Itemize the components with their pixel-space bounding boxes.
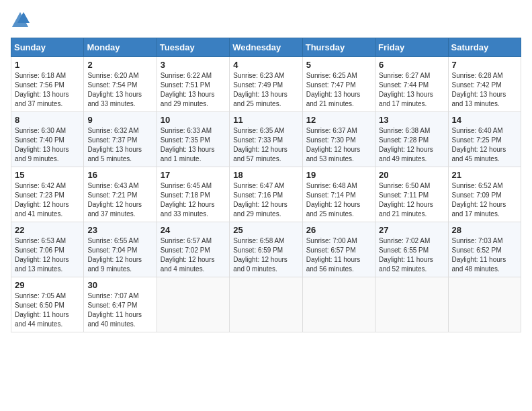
day-number: 30 [87, 280, 152, 290]
day-cell: 20Sunrise: 6:50 AM Sunset: 7:11 PM Dayli… [375, 167, 448, 222]
day-cell: 9Sunrise: 6:32 AM Sunset: 7:37 PM Daylig… [84, 112, 157, 167]
day-info: Sunrise: 6:58 AM Sunset: 6:59 PM Dayligh… [233, 236, 298, 274]
day-info: Sunrise: 7:03 AM Sunset: 6:52 PM Dayligh… [452, 236, 517, 274]
weekday-monday: Monday [84, 38, 157, 57]
day-cell: 23Sunrise: 6:55 AM Sunset: 7:04 PM Dayli… [84, 222, 157, 277]
day-cell: 22Sunrise: 6:53 AM Sunset: 7:06 PM Dayli… [11, 222, 84, 277]
day-number: 13 [379, 115, 444, 125]
day-info: Sunrise: 6:42 AM Sunset: 7:23 PM Dayligh… [15, 181, 80, 219]
day-cell: 11Sunrise: 6:35 AM Sunset: 7:33 PM Dayli… [230, 112, 302, 167]
day-cell: 21Sunrise: 6:52 AM Sunset: 7:09 PM Dayli… [448, 167, 521, 222]
day-info: Sunrise: 6:18 AM Sunset: 7:56 PM Dayligh… [15, 71, 80, 109]
day-number: 1 [15, 60, 80, 70]
day-info: Sunrise: 6:53 AM Sunset: 7:06 PM Dayligh… [15, 236, 80, 274]
weekday-friday: Friday [375, 38, 448, 57]
day-number: 26 [306, 225, 371, 235]
day-number: 24 [161, 225, 226, 235]
day-cell [157, 277, 229, 332]
day-number: 10 [161, 115, 226, 125]
day-number: 29 [15, 280, 80, 290]
week-row-5: 29Sunrise: 7:05 AM Sunset: 6:50 PM Dayli… [11, 277, 521, 332]
day-info: Sunrise: 6:48 AM Sunset: 7:14 PM Dayligh… [306, 181, 371, 219]
week-row-4: 22Sunrise: 6:53 AM Sunset: 7:06 PM Dayli… [11, 222, 521, 277]
day-info: Sunrise: 7:02 AM Sunset: 6:55 PM Dayligh… [379, 236, 444, 274]
day-number: 27 [379, 225, 444, 235]
day-info: Sunrise: 6:45 AM Sunset: 7:18 PM Dayligh… [161, 181, 226, 219]
day-cell: 4Sunrise: 6:23 AM Sunset: 7:49 PM Daylig… [230, 57, 302, 112]
day-number: 15 [15, 170, 80, 180]
logo-icon [11, 11, 30, 30]
day-cell: 5Sunrise: 6:25 AM Sunset: 7:47 PM Daylig… [302, 57, 375, 112]
day-cell: 12Sunrise: 6:37 AM Sunset: 7:30 PM Dayli… [302, 112, 375, 167]
day-cell [375, 277, 448, 332]
day-info: Sunrise: 6:52 AM Sunset: 7:09 PM Dayligh… [452, 181, 517, 219]
day-info: Sunrise: 6:47 AM Sunset: 7:16 PM Dayligh… [233, 181, 298, 219]
day-number: 6 [379, 60, 444, 70]
day-cell: 6Sunrise: 6:27 AM Sunset: 7:44 PM Daylig… [375, 57, 448, 112]
day-cell [448, 277, 521, 332]
day-cell: 24Sunrise: 6:57 AM Sunset: 7:02 PM Dayli… [157, 222, 229, 277]
day-cell [302, 277, 375, 332]
day-cell: 26Sunrise: 7:00 AM Sunset: 6:57 PM Dayli… [302, 222, 375, 277]
day-number: 16 [87, 170, 152, 180]
day-info: Sunrise: 6:57 AM Sunset: 7:02 PM Dayligh… [161, 236, 226, 274]
calendar-table: SundayMondayTuesdayWednesdayThursdayFrid… [11, 38, 521, 332]
day-info: Sunrise: 6:43 AM Sunset: 7:21 PM Dayligh… [87, 181, 152, 219]
day-info: Sunrise: 6:27 AM Sunset: 7:44 PM Dayligh… [379, 71, 444, 109]
day-info: Sunrise: 6:25 AM Sunset: 7:47 PM Dayligh… [306, 71, 371, 109]
logo [11, 11, 31, 30]
day-number: 8 [15, 115, 80, 125]
page-header [11, 11, 521, 30]
weekday-header-row: SundayMondayTuesdayWednesdayThursdayFrid… [11, 38, 521, 57]
day-number: 25 [233, 225, 298, 235]
day-cell: 19Sunrise: 6:48 AM Sunset: 7:14 PM Dayli… [302, 167, 375, 222]
day-info: Sunrise: 6:40 AM Sunset: 7:25 PM Dayligh… [452, 126, 517, 164]
day-info: Sunrise: 6:23 AM Sunset: 7:49 PM Dayligh… [233, 71, 298, 109]
day-cell: 18Sunrise: 6:47 AM Sunset: 7:16 PM Dayli… [230, 167, 302, 222]
day-cell: 14Sunrise: 6:40 AM Sunset: 7:25 PM Dayli… [448, 112, 521, 167]
day-cell: 25Sunrise: 6:58 AM Sunset: 6:59 PM Dayli… [230, 222, 302, 277]
day-cell [230, 277, 302, 332]
day-info: Sunrise: 6:55 AM Sunset: 7:04 PM Dayligh… [87, 236, 152, 274]
week-row-1: 1Sunrise: 6:18 AM Sunset: 7:56 PM Daylig… [11, 57, 521, 112]
day-cell: 17Sunrise: 6:45 AM Sunset: 7:18 PM Dayli… [157, 167, 229, 222]
day-number: 19 [306, 170, 371, 180]
day-number: 22 [15, 225, 80, 235]
day-info: Sunrise: 6:50 AM Sunset: 7:11 PM Dayligh… [379, 181, 444, 219]
weekday-wednesday: Wednesday [230, 38, 302, 57]
day-number: 18 [233, 170, 298, 180]
day-info: Sunrise: 6:20 AM Sunset: 7:54 PM Dayligh… [87, 71, 152, 109]
weekday-saturday: Saturday [448, 38, 521, 57]
day-number: 28 [452, 225, 517, 235]
day-info: Sunrise: 6:33 AM Sunset: 7:35 PM Dayligh… [161, 126, 226, 164]
day-cell: 2Sunrise: 6:20 AM Sunset: 7:54 PM Daylig… [84, 57, 157, 112]
day-cell: 1Sunrise: 6:18 AM Sunset: 7:56 PM Daylig… [11, 57, 84, 112]
week-row-3: 15Sunrise: 6:42 AM Sunset: 7:23 PM Dayli… [11, 167, 521, 222]
day-info: Sunrise: 7:00 AM Sunset: 6:57 PM Dayligh… [306, 236, 371, 274]
day-cell: 28Sunrise: 7:03 AM Sunset: 6:52 PM Dayli… [448, 222, 521, 277]
day-info: Sunrise: 6:28 AM Sunset: 7:42 PM Dayligh… [452, 71, 517, 109]
day-number: 4 [233, 60, 298, 70]
day-info: Sunrise: 6:22 AM Sunset: 7:51 PM Dayligh… [161, 71, 226, 109]
day-number: 21 [452, 170, 517, 180]
day-number: 3 [161, 60, 226, 70]
day-number: 7 [452, 60, 517, 70]
day-number: 17 [161, 170, 226, 180]
day-cell: 3Sunrise: 6:22 AM Sunset: 7:51 PM Daylig… [157, 57, 229, 112]
weekday-sunday: Sunday [11, 38, 84, 57]
day-number: 20 [379, 170, 444, 180]
day-number: 23 [87, 225, 152, 235]
day-info: Sunrise: 6:37 AM Sunset: 7:30 PM Dayligh… [306, 126, 371, 164]
day-cell: 13Sunrise: 6:38 AM Sunset: 7:28 PM Dayli… [375, 112, 448, 167]
day-cell: 27Sunrise: 7:02 AM Sunset: 6:55 PM Dayli… [375, 222, 448, 277]
day-cell: 29Sunrise: 7:05 AM Sunset: 6:50 PM Dayli… [11, 277, 84, 332]
day-cell: 30Sunrise: 7:07 AM Sunset: 6:47 PM Dayli… [84, 277, 157, 332]
day-info: Sunrise: 7:05 AM Sunset: 6:50 PM Dayligh… [15, 291, 80, 329]
day-cell: 8Sunrise: 6:30 AM Sunset: 7:40 PM Daylig… [11, 112, 84, 167]
day-cell: 16Sunrise: 6:43 AM Sunset: 7:21 PM Dayli… [84, 167, 157, 222]
day-number: 12 [306, 115, 371, 125]
day-number: 14 [452, 115, 517, 125]
day-cell: 10Sunrise: 6:33 AM Sunset: 7:35 PM Dayli… [157, 112, 229, 167]
day-info: Sunrise: 6:30 AM Sunset: 7:40 PM Dayligh… [15, 126, 80, 164]
week-row-2: 8Sunrise: 6:30 AM Sunset: 7:40 PM Daylig… [11, 112, 521, 167]
